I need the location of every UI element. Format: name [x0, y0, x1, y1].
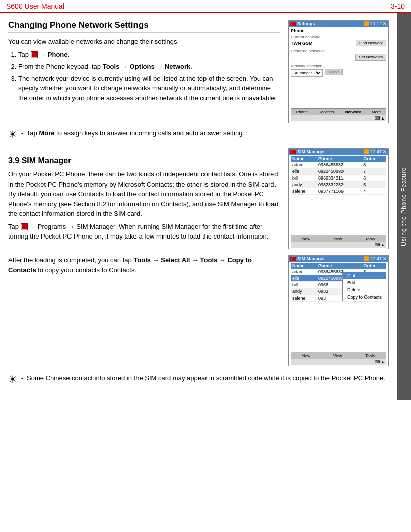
phone2-title: SIM Manager: [297, 149, 325, 154]
phone3-tab-view[interactable]: View: [333, 353, 342, 358]
section2-para2: Tap → Programs → SIM Manager. When runni…: [8, 222, 280, 242]
tip1-row: ☀ • Tap More to assign keys to answer in…: [8, 129, 389, 140]
phone2-col-order: Order: [362, 156, 386, 162]
phone2-icons: 📶 12:47 ✕: [364, 149, 387, 154]
phone1-current-value: TWN GSM: [291, 41, 313, 46]
context-menu: Dial Edit Delete Copy to Contacts: [342, 272, 386, 301]
context-menu-delete[interactable]: Delete: [343, 286, 386, 293]
tip1-icon: ☀: [8, 128, 17, 140]
step-2: From the Phone keypad, tap Tools → Optio…: [18, 62, 280, 72]
phone2-tab-new[interactable]: New: [302, 237, 310, 241]
phone1-network-selection-label: Network selection: [291, 64, 386, 68]
phone3-bottom-bar: New View Tools: [291, 352, 386, 359]
phone1-find-network-btn[interactable]: Find Network: [356, 40, 386, 46]
phone-screenshot-3: ⊞ SIM Manager 📶 12:47 ✕: [288, 255, 389, 366]
phone3-title: SIM Manager: [297, 256, 325, 261]
tip2-bullet: •: [21, 375, 23, 381]
phone1-auto-select[interactable]: Automatic: [291, 69, 323, 77]
table-row: elle 0922450890 7: [291, 168, 386, 175]
section2-heading: 3.9 SIM Manager: [8, 156, 280, 165]
phone2-sim-table: Name Phone Order adam 0936455632 8: [291, 156, 386, 195]
phone-screenshot-1: ⊞ Settings 📶 11:12 ✕ Phone Current netwo…: [288, 20, 389, 123]
table-row: bill 0966334211 6: [291, 175, 386, 182]
table-row: andy 0932332232 5: [291, 182, 386, 188]
section1-intro: You can view available networks and chan…: [8, 37, 280, 47]
phone3-tab-tools[interactable]: Tools: [365, 353, 375, 358]
tip2-icon: ☀: [8, 373, 17, 385]
phone2-col-name: Name: [291, 156, 317, 162]
section3-row: After the loading is completed, you can …: [8, 255, 389, 366]
phone2-tab-tools[interactable]: Tools: [365, 237, 375, 241]
table-row: adam 0936455632 8: [291, 162, 386, 168]
tip1-text: Tap More to assign keys to answer incomi…: [27, 129, 244, 137]
phone1-set-networks-btn[interactable]: Set Networks: [355, 54, 386, 61]
phone-screenshot-2: ⊞ SIM Manager 📶 12:47 ✕ Name: [288, 148, 389, 249]
phone1-tab-network[interactable]: Network: [345, 110, 361, 114]
phone3-icons: 📶 12:47 ✕: [364, 256, 387, 261]
section3-para: After the loading is completed, you can …: [8, 255, 280, 275]
page-title: S600 User Manual: [6, 2, 64, 10]
phone3-col-phone: Phone: [317, 263, 362, 269]
phone1-title: Settings: [297, 21, 315, 26]
phone3-tab-new[interactable]: New: [302, 353, 310, 358]
right-tab: Using the Phone Feature: [397, 13, 411, 400]
phone1-tab-more[interactable]: More: [372, 110, 381, 114]
context-menu-dial[interactable]: Dial: [343, 272, 386, 279]
tip2-row: ☀ • Some Chinese contact info stored in …: [8, 374, 389, 385]
tip1-bullet: •: [21, 130, 23, 136]
page-number: 3-10: [391, 2, 405, 10]
phone2-bottom-bar: New View Tools: [291, 235, 386, 242]
context-menu-copy[interactable]: Copy to Contacts: [343, 293, 386, 301]
phone1-current-label: Current network:: [291, 35, 386, 39]
context-menu-edit[interactable]: Edit: [343, 279, 386, 286]
phone1-icons: 📶 11:12 ✕: [364, 21, 387, 26]
phone1-bottom-bar: Phone Services Network More: [291, 108, 386, 115]
phone2-col-phone: Phone: [317, 156, 362, 162]
phone1-preferred-label: Preferred networks:: [291, 49, 386, 53]
step-1: Tap → Phone.: [18, 50, 280, 60]
phone1-tab-phone[interactable]: Phone: [296, 110, 308, 114]
table-row: selene 0937771106 4: [291, 188, 386, 195]
phone3-col-order: Order: [362, 263, 386, 269]
phone1-tab-services[interactable]: Services: [319, 110, 334, 114]
phone1-section: Phone: [291, 28, 386, 33]
section2-para1: On your Pocket PC Phone, there can be tw…: [8, 169, 280, 219]
phone2-tab-view[interactable]: View: [333, 237, 342, 241]
phone1-select-btn[interactable]: Select: [325, 69, 343, 75]
section1-heading: Changing Phone Network Settings: [8, 20, 280, 33]
step-3: The network your device is currently usi…: [18, 74, 280, 103]
phone3-col-name: Name: [291, 263, 317, 269]
tip2-text: Some Chinese contact info stored in the …: [27, 374, 385, 382]
